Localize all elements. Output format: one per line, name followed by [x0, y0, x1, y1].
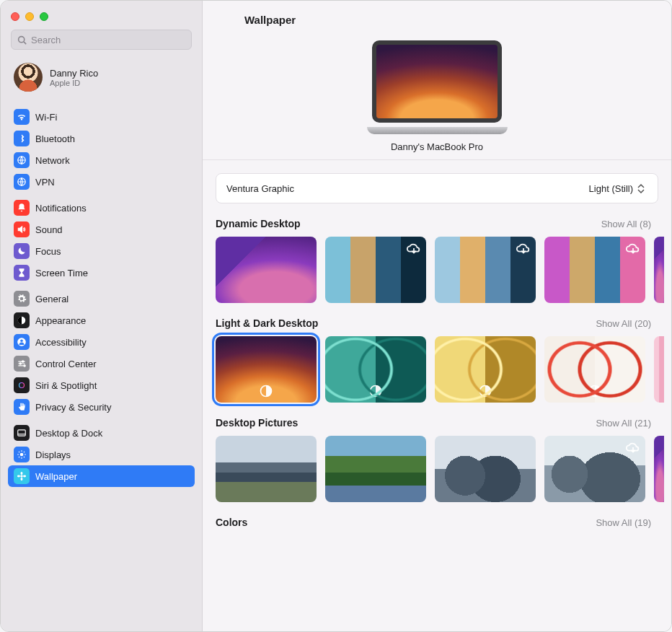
dock-icon: [14, 425, 30, 441]
page-title: Wallpaper: [203, 1, 671, 38]
zoom-icon[interactable]: [40, 12, 48, 21]
svg-point-7: [19, 363, 21, 364]
wifi-icon: [14, 109, 30, 125]
light-dark-icon: [588, 384, 602, 398]
sun-icon: [14, 447, 30, 462]
sidebar-item-label: Privacy & Security: [35, 402, 111, 413]
section-lightdark: Light & Dark DesktopShow All (20): [203, 303, 671, 403]
appearance-mode-dropdown[interactable]: Light (Still): [589, 183, 647, 194]
sidebar-item-label: Wi-Fi: [35, 112, 57, 123]
switches-icon: [14, 356, 30, 372]
sidebar: Danny Rico Apple ID Wi-FiBluetoothNetwor…: [1, 1, 203, 631]
svg-point-0: [19, 36, 25, 42]
wallpaper-thumb[interactable]: [654, 336, 664, 403]
sidebar-item-network[interactable]: Network: [8, 149, 195, 171]
sidebar-item-label: Appearance: [35, 315, 86, 326]
sidebar-item-appearance[interactable]: Appearance: [8, 310, 195, 331]
sidebar-item-desktopdock[interactable]: Desktop & Dock: [8, 422, 195, 444]
wallpaper-selector: Ventura Graphic Light (Still): [216, 173, 658, 203]
sidebar-item-label: Accessibility: [35, 337, 87, 348]
wallpaper-thumb[interactable]: [325, 436, 426, 502]
circle-half-icon: [14, 312, 30, 328]
svg-point-21: [590, 386, 601, 397]
bell-icon: [14, 200, 30, 216]
search-input[interactable]: [31, 35, 185, 45]
sidebar-item-label: Sound: [35, 224, 63, 235]
wallpaper-thumb[interactable]: [216, 237, 317, 303]
wallpaper-name: Ventura Graphic: [226, 183, 294, 194]
sidebar-item-apple-id[interactable]: Danny Rico Apple ID: [8, 57, 195, 102]
svg-point-12: [20, 453, 24, 457]
sidebar-item-controlcenter[interactable]: Control Center: [8, 353, 195, 374]
wallpaper-thumb[interactable]: [216, 436, 317, 502]
hand-icon: [14, 399, 30, 415]
section-title: Dynamic Desktop: [216, 218, 300, 229]
wallpaper-thumb[interactable]: [654, 436, 664, 502]
svg-point-8: [24, 365, 25, 367]
section-title: Colors: [216, 517, 247, 528]
close-icon[interactable]: [11, 12, 19, 21]
svg-point-15: [21, 478, 23, 480]
sidebar-item-label: Bluetooth: [35, 133, 75, 144]
sidebar-item-label: Desktop & Dock: [35, 428, 102, 439]
search-icon: [17, 35, 27, 45]
wallpaper-thumb[interactable]: [325, 237, 426, 303]
moon-icon: [14, 243, 30, 259]
sidebar-item-label: VPN: [35, 177, 55, 188]
speaker-icon: [14, 221, 30, 237]
sidebar-item-privacy[interactable]: Privacy & Security: [8, 396, 195, 418]
sidebar-item-wifi[interactable]: Wi-Fi: [8, 106, 195, 128]
sidebar-item-vpn[interactable]: VPN: [8, 171, 195, 193]
section-colors: ColorsShow All (19): [203, 502, 671, 528]
sidebar-item-label: Control Center: [35, 359, 97, 369]
sidebar-item-accessibility[interactable]: Accessibility: [8, 331, 195, 353]
globe-icon: [14, 152, 30, 168]
sidebar-item-wallpaper[interactable]: Wallpaper: [8, 465, 195, 487]
bluetooth-icon: [14, 131, 30, 146]
flower-icon: [14, 468, 30, 484]
wallpaper-thumb[interactable]: [544, 436, 645, 502]
sidebar-item-displays[interactable]: Displays: [8, 444, 195, 465]
wallpaper-thumb[interactable]: [216, 336, 317, 403]
cloud-download-icon: [625, 440, 641, 456]
wallpaper-thumb[interactable]: [544, 336, 645, 403]
show-all-link[interactable]: Show All (8): [601, 219, 651, 229]
section-title: Light & Dark Desktop: [216, 317, 318, 329]
sidebar-item-screentime[interactable]: Screen Time: [8, 262, 195, 284]
cloud-download-icon: [516, 241, 531, 257]
main-content: Wallpaper Danny's MacBook Pro Ventura Gr…: [203, 1, 671, 631]
sidebar-item-bluetooth[interactable]: Bluetooth: [8, 128, 195, 149]
wallpaper-thumb[interactable]: [654, 237, 664, 303]
gear-icon: [14, 291, 30, 307]
chevron-updown-icon: [637, 183, 647, 194]
wallpaper-thumb[interactable]: [435, 436, 536, 502]
search-field[interactable]: [11, 30, 192, 50]
sidebar-item-label: General: [35, 294, 68, 304]
wallpaper-thumb[interactable]: [435, 237, 536, 303]
sidebar-item-focus[interactable]: Focus: [8, 240, 195, 262]
wallpaper-thumb[interactable]: [325, 336, 426, 403]
apple-id-name: Danny Rico: [50, 68, 98, 79]
avatar: [14, 63, 43, 92]
show-all-link[interactable]: Show All (19): [596, 517, 651, 528]
minimize-icon[interactable]: [25, 12, 34, 21]
sidebar-item-label: Displays: [35, 449, 71, 460]
wallpaper-thumb[interactable]: [544, 237, 645, 303]
sidebar-item-label: Wallpaper: [35, 471, 77, 482]
sidebar-item-general[interactable]: General: [8, 288, 195, 310]
device-name: Danny's MacBook Pro: [391, 141, 483, 152]
light-dark-icon: [478, 384, 492, 398]
svg-point-19: [371, 386, 381, 397]
svg-point-20: [480, 386, 491, 397]
wallpaper-thumb[interactable]: [435, 336, 536, 403]
sidebar-item-sound[interactable]: Sound: [8, 219, 195, 240]
svg-point-6: [22, 361, 24, 362]
dropdown-value: Light (Still): [589, 183, 633, 194]
person-icon: [14, 334, 30, 350]
sidebar-item-label: Network: [35, 155, 70, 166]
show-all-link[interactable]: Show All (20): [596, 318, 651, 329]
light-dark-icon: [368, 384, 383, 398]
sidebar-item-siri[interactable]: Siri & Spotlight: [8, 374, 195, 396]
sidebar-item-notifications[interactable]: Notifications: [8, 197, 195, 219]
show-all-link[interactable]: Show All (21): [596, 418, 651, 429]
